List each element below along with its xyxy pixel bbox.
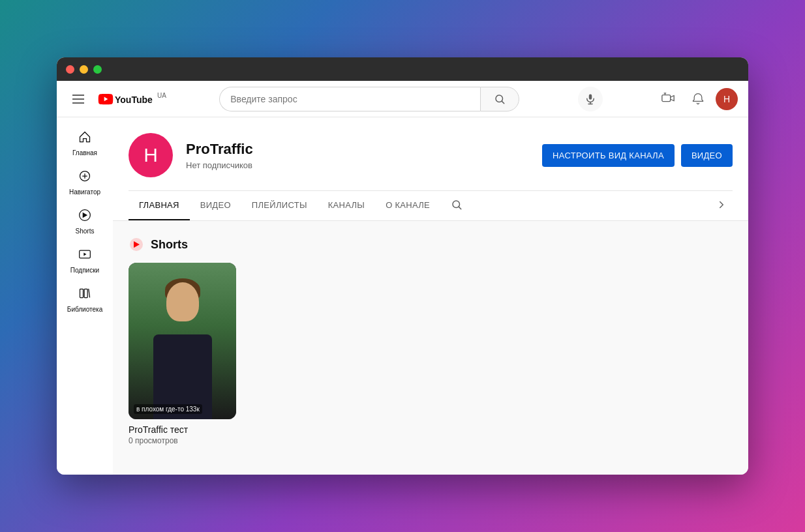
sidebar-subscriptions-label: Подписки [70,267,99,274]
browser-window: YouTube UA [57,57,748,475]
channel-name: ProTraffic [186,141,529,158]
sidebar-shorts-label: Shorts [76,228,95,235]
svg-rect-11 [80,289,84,297]
svg-rect-6 [662,95,671,101]
user-avatar-button[interactable]: Н [716,88,738,110]
shorts-section-header: Shorts [129,237,733,252]
search-button[interactable] [480,87,519,111]
sidebar-item-subscriptions[interactable]: Подписки [61,243,108,279]
video-title: ProTraffic тест [129,424,236,435]
sidebar-library-label: Библиотека [67,306,102,313]
svg-line-2 [502,101,504,103]
video-card[interactable]: в плохом где-то 133к ProTraffic тест 0 п… [129,263,236,445]
tabs-chevron-button[interactable] [710,194,733,218]
channel-header: H ProTraffic Нет подписчиков НАСТРОИТЬ В… [113,117,748,221]
svg-text:YouTube: YouTube [115,95,153,105]
user-avatar-letter: Н [723,94,730,104]
country-label: UA [157,92,166,99]
shorts-nav-icon [78,209,91,225]
header-right-actions: Н [656,87,738,111]
hamburger-menu-button[interactable] [67,89,89,109]
video-views: 0 просмотров [129,436,236,445]
youtube-logo-icon: YouTube [96,93,155,106]
titlebar [57,57,748,81]
sidebar-item-home[interactable]: Главная [61,125,108,162]
library-icon [78,287,91,303]
channel-tabs: ГЛАВНАЯ ВИДЕО ПЛЕЙЛИСТЫ КАНАЛЫ О КАНАЛЕ [129,190,733,220]
channel-content: H ProTraffic Нет подписчиков НАСТРОИТЬ В… [113,117,748,475]
channel-search-icon [451,199,463,211]
person-head [166,282,199,321]
sidebar-explore-label: Навигатор [69,188,100,196]
video-thumbnail: в плохом где-то 133к [129,263,236,419]
channel-meta: ProTraffic Нет подписчиков [186,141,529,170]
maximize-button[interactable] [93,65,102,74]
channel-info: H ProTraffic Нет подписчиков НАСТРОИТЬ В… [129,133,733,190]
browser-body: YouTube UA [57,81,748,475]
home-icon [78,130,91,147]
bell-icon [691,93,705,106]
customize-channel-button[interactable]: НАСТРОИТЬ ВИД КАНАЛА [542,144,675,167]
tab-channels[interactable]: КАНАЛЫ [318,191,375,220]
mic-button[interactable] [578,87,603,111]
search-bar [219,87,519,111]
chevron-right-icon [716,199,727,211]
sidebar-item-explore[interactable]: Навигатор [61,164,108,201]
video-info: ProTraffic тест 0 просмотров [129,424,236,445]
search-icon [494,93,506,105]
search-input[interactable] [219,87,480,111]
sidebar-item-library[interactable]: Библиотека [61,282,108,318]
shorts-section-icon [129,237,144,252]
close-button[interactable] [66,65,74,74]
channel-subscribers: Нет подписчиков [186,160,529,170]
video-button[interactable]: ВИДЕО [681,144,733,167]
explore-icon [78,170,91,186]
youtube-logo[interactable]: YouTube UA [96,93,166,106]
thumbnail-image [129,263,236,419]
main-layout: Главная Навигатор [57,117,748,475]
subscriptions-icon [78,248,91,264]
sidebar-home-label: Главная [72,149,97,156]
sidebar-item-shorts[interactable]: Shorts [61,203,108,240]
youtube-header: YouTube UA [57,81,748,117]
create-video-button[interactable] [656,87,680,111]
shorts-section-title: Shorts [151,238,188,252]
svg-rect-12 [84,289,87,297]
sidebar: Главная Навигатор [57,117,113,475]
thumbnail-label: в плохом где-то 133к [134,404,202,414]
channel-avatar: H [129,133,173,177]
minimize-button[interactable] [80,65,88,74]
svg-line-14 [459,207,461,209]
tab-playlists[interactable]: ПЛЕЙЛИСТЫ [241,191,318,220]
channel-search-button[interactable] [446,194,468,218]
mic-icon [585,93,596,105]
tab-videos[interactable]: ВИДЕО [190,191,241,220]
tab-home[interactable]: ГЛАВНАЯ [129,191,190,220]
tab-about[interactable]: О КАНАЛЕ [375,191,440,220]
create-icon [661,92,675,106]
channel-actions: НАСТРОИТЬ ВИД КАНАЛА ВИДЕО [542,144,733,167]
notifications-button[interactable] [686,87,710,111]
channel-body: Shorts в пло [113,221,748,461]
video-grid: в плохом где-то 133к ProTraffic тест 0 п… [129,263,733,445]
svg-rect-3 [588,94,592,99]
